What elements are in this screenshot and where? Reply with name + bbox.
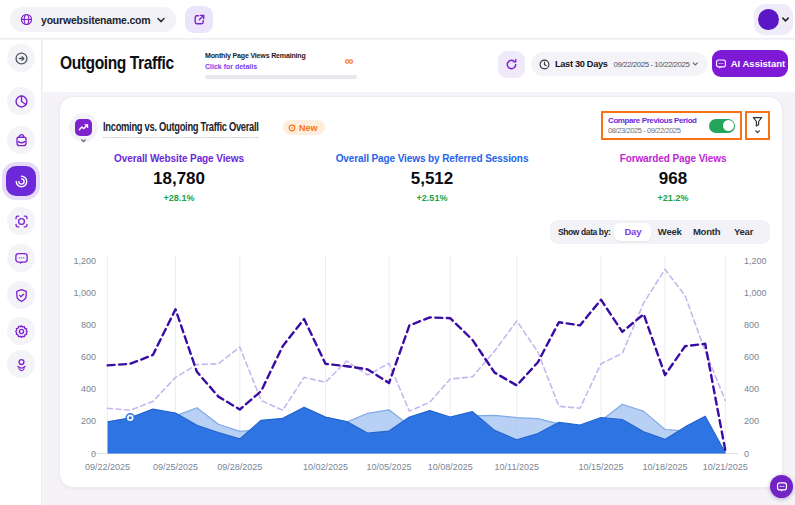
- chevron-down-icon: [692, 60, 699, 68]
- infinity-icon: ∞: [345, 54, 354, 68]
- traffic-chart: 002002004004006006008008001,0001,0001,20…: [60, 247, 784, 481]
- show-data-by-option-day[interactable]: Day: [614, 223, 651, 241]
- card-icon-button[interactable]: [69, 113, 98, 142]
- filter-icon[interactable]: [752, 116, 763, 127]
- chat-icon: [14, 251, 29, 266]
- sidebar-item-settings[interactable]: [7, 317, 35, 345]
- metric-label: Overall Page Views by Referred Sessions: [312, 153, 552, 164]
- top-bar: yourwebsitename.com: [0, 0, 795, 39]
- pie-chart-icon: [14, 94, 29, 109]
- globe-icon: [20, 13, 33, 26]
- toggle-knob: [723, 120, 734, 131]
- metric-value: 968: [553, 169, 793, 189]
- line-series: [108, 269, 726, 411]
- focus-icon: [14, 214, 29, 229]
- y-axis-label-left: 800: [81, 320, 96, 330]
- metric-delta: +2.51%: [312, 193, 552, 203]
- sidebar-item-scan[interactable]: [7, 207, 35, 235]
- sidebar-item-collapse-sidebar[interactable]: [7, 44, 35, 72]
- x-axis-label: 09/25/2025: [153, 462, 198, 472]
- show-data-by: Show data by: DayWeekMonthYear: [550, 220, 770, 244]
- compare-label: Compare Previous Period: [608, 116, 709, 125]
- sidebar: [0, 40, 42, 505]
- compare-toggle[interactable]: [709, 119, 735, 133]
- sidebar-item-messages[interactable]: [7, 244, 35, 272]
- arrow-circle-icon: [14, 51, 29, 66]
- metric-label: Forwarded Page Views: [553, 153, 793, 164]
- monthly-views-progressbar: [205, 75, 357, 79]
- chat-icon: [715, 58, 727, 70]
- metric-2: Overall Page Views by Referred Sessions5…: [312, 153, 552, 203]
- chart-marker-dot: [129, 416, 132, 419]
- refresh-button[interactable]: [498, 51, 525, 78]
- refresh-icon: [505, 58, 518, 71]
- x-axis-label: 10/18/2025: [642, 462, 687, 472]
- y-axis-label-right: 200: [744, 416, 759, 426]
- y-axis-label-left: 600: [81, 352, 96, 362]
- x-axis-label: 09/22/2025: [85, 462, 130, 472]
- y-axis-label-right: 800: [744, 320, 759, 330]
- sidebar-item-orders[interactable]: [7, 126, 35, 154]
- x-axis-label: 09/28/2025: [217, 462, 262, 472]
- chevron-down-icon: [781, 15, 790, 24]
- sidebar-item-analytics[interactable]: [7, 87, 35, 115]
- website-selector[interactable]: yourwebsitename.com: [10, 7, 176, 32]
- page: yourwebsitename.com Outgoing Traffic Mon…: [0, 0, 795, 505]
- chat-icon: [776, 481, 788, 493]
- chevron-down-icon: [754, 128, 761, 135]
- x-axis-label: 10/08/2025: [428, 462, 473, 472]
- card-title[interactable]: Incoming vs. Outgoing Traffic Overall: [103, 120, 259, 138]
- compare-dates: 08/23/2025 - 09/22/2025: [608, 126, 709, 135]
- metric-label: Overall Website Page Views: [59, 153, 299, 164]
- chat-fab-button[interactable]: [770, 475, 793, 498]
- x-axis-label: 10/02/2025: [303, 462, 348, 472]
- x-axis-label: 10/11/2025: [495, 462, 539, 472]
- new-badge-icon: [288, 124, 296, 132]
- website-name: yourwebsitename.com: [41, 14, 156, 26]
- show-data-by-option-month[interactable]: Month: [688, 223, 725, 241]
- x-axis-label: 10/15/2025: [578, 462, 623, 472]
- metric-value: 18,780: [59, 169, 299, 189]
- page-title: Outgoing Traffic: [60, 52, 174, 74]
- open-site-button[interactable]: [185, 6, 213, 33]
- filter-highlight: [745, 111, 770, 140]
- shield-icon: [14, 288, 29, 303]
- metric-delta: +28.1%: [59, 193, 299, 203]
- x-axis-label: 10/05/2025: [366, 462, 411, 472]
- sidebar-item-security[interactable]: [7, 281, 35, 309]
- y-axis-label-left: 400: [81, 384, 96, 394]
- monthly-views-details-link[interactable]: Click for details: [205, 63, 357, 70]
- metric-1: Overall Website Page Views18,780+28.1%: [59, 153, 299, 203]
- metric-3: Forwarded Page Views968+21.2%: [553, 153, 793, 203]
- y-axis-label-left: 1,200: [73, 256, 96, 266]
- show-data-by-option-year[interactable]: Year: [725, 223, 762, 241]
- external-link-icon: [193, 13, 206, 26]
- y-axis-label-right: 600: [744, 352, 759, 362]
- ai-assistant-button[interactable]: AI Assistant: [712, 50, 788, 77]
- y-axis-label-left: 200: [81, 416, 96, 426]
- page-header: Outgoing Traffic Monthly Page Views Rema…: [43, 40, 795, 92]
- chevron-down-icon: [156, 15, 166, 25]
- avatar: [758, 9, 779, 30]
- x-axis-label: 10/21/2025: [703, 462, 748, 472]
- y-axis-label-right: 1,200: [744, 256, 767, 266]
- y-axis-label-left: 0: [91, 449, 96, 459]
- swirl-icon: [14, 174, 29, 189]
- metric-value: 5,512: [312, 169, 552, 189]
- show-data-by-option-week[interactable]: Week: [651, 223, 688, 241]
- sidebar-item-locations[interactable]: [7, 350, 35, 378]
- new-badge: New: [283, 120, 325, 135]
- monthly-views-label: Monthly Page Views Remaining: [205, 51, 339, 60]
- ai-assistant-label: AI Assistant: [731, 58, 786, 69]
- date-range-picker[interactable]: Last 30 Days 09/22/2025 - 10/22/2025: [531, 52, 707, 76]
- show-data-by-label: Show data by:: [558, 227, 610, 237]
- person-pin-icon: [14, 357, 29, 372]
- bag-icon: [14, 133, 29, 148]
- metric-delta: +21.2%: [553, 193, 793, 203]
- sidebar-item-outgoing-traffic[interactable]: [6, 166, 36, 196]
- y-axis-label-left: 1,000: [73, 288, 96, 298]
- traffic-overview-card: Incoming vs. Outgoing Traffic Overall Ne…: [59, 96, 783, 488]
- new-badge-label: New: [299, 123, 318, 133]
- account-menu[interactable]: [754, 4, 793, 35]
- clock-icon: [539, 59, 550, 70]
